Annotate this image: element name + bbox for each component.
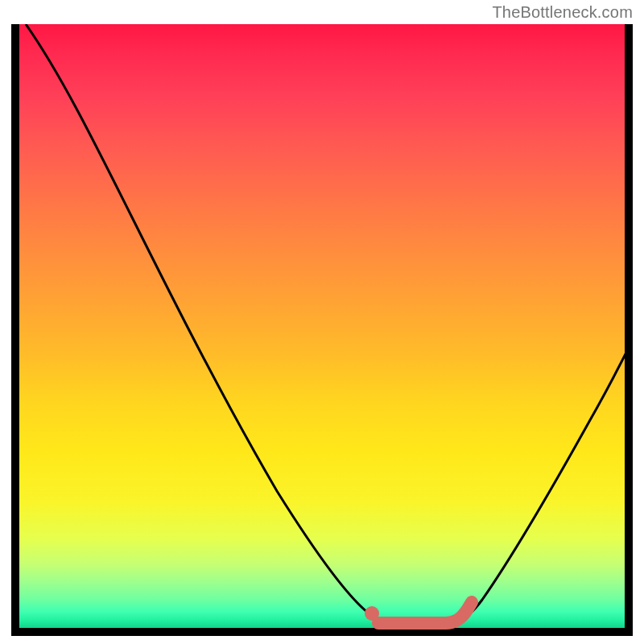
chart-container: TheBottleneck.com [0, 0, 644, 644]
curve-svg [11, 24, 633, 636]
attribution-text: TheBottleneck.com [492, 3, 633, 22]
chart-area [11, 24, 633, 636]
highlight-band-path [378, 602, 472, 623]
bottleneck-curve-path [26, 24, 633, 623]
